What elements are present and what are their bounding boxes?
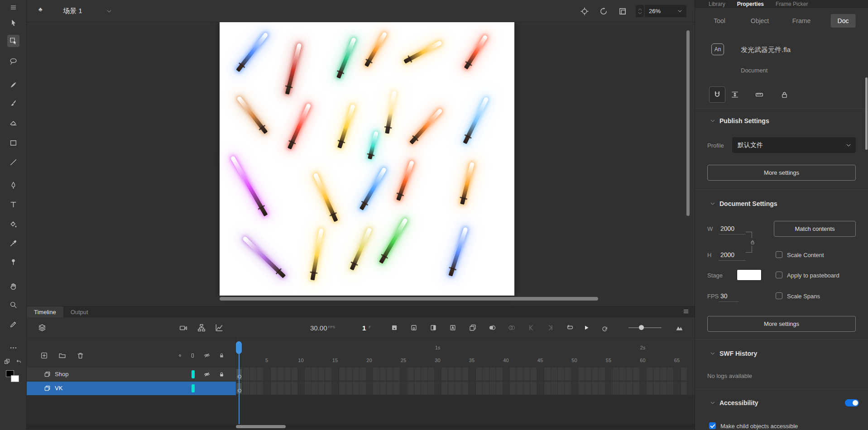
lock-aspect-button[interactable] <box>748 238 756 246</box>
layer-color-chip[interactable] <box>192 384 195 392</box>
toolbar-menu-button[interactable] <box>7 1 19 14</box>
stage-weapon-graphic[interactable] <box>368 131 379 159</box>
hand-tool-button[interactable] <box>7 280 19 292</box>
auto-keyframe-button[interactable] <box>447 322 458 333</box>
eraser-tool-button[interactable] <box>7 117 19 129</box>
fps-display[interactable]: 30.00FPS <box>310 324 335 332</box>
insert-blank-keyframe-button[interactable] <box>408 322 419 333</box>
frame-size-button[interactable] <box>674 322 685 333</box>
publish-more-settings-button[interactable]: More settings <box>707 165 856 181</box>
snap-to-objects-button[interactable] <box>709 86 725 103</box>
tab-properties[interactable]: Properties <box>737 1 764 7</box>
stage-weapon-graphic[interactable] <box>379 218 408 263</box>
canvas-vertical-scrollbar[interactable] <box>686 30 690 216</box>
stage-weapon-graphic[interactable] <box>242 236 286 278</box>
delete-layer-button[interactable] <box>75 350 86 361</box>
stage-color-swatch[interactable] <box>737 269 762 281</box>
free-transform-tool-button[interactable] <box>7 35 19 47</box>
scale-spans-checkbox[interactable] <box>776 292 782 299</box>
playhead-handle[interactable] <box>236 341 242 354</box>
fps-input[interactable]: 30 <box>719 290 739 302</box>
zoom-stepper[interactable] <box>636 5 644 17</box>
tab-library[interactable]: Library <box>709 1 725 7</box>
make-child-accessible-checkbox[interactable] <box>709 422 716 429</box>
add-folder-button[interactable] <box>57 350 67 361</box>
stage-weapon-graphic[interactable] <box>409 108 443 144</box>
fluid-brush-tool-button[interactable] <box>7 79 19 91</box>
stage-weapon-graphic[interactable] <box>396 161 414 201</box>
edit-multiple-frames-button[interactable] <box>467 322 478 333</box>
scrollbar-thumb[interactable] <box>236 425 286 428</box>
line-tool-button[interactable] <box>7 156 19 168</box>
layer-hidden-icon[interactable] <box>203 370 211 378</box>
center-stage-button[interactable] <box>579 5 590 17</box>
zoom-tool-button[interactable] <box>7 299 19 311</box>
swf-history-header[interactable]: SWF History <box>710 346 757 361</box>
rulers-button[interactable] <box>751 86 767 103</box>
document-settings-header[interactable]: Document Settings <box>710 196 777 211</box>
frame-spacing-slider-knob[interactable] <box>639 325 644 330</box>
play-button[interactable] <box>581 322 592 333</box>
stage-weapon-graphic[interactable] <box>364 32 387 67</box>
stage-weapon-graphic[interactable] <box>336 37 356 78</box>
layer-color-chip[interactable] <box>192 370 195 378</box>
stage-weapon-graphic[interactable] <box>337 104 355 148</box>
tab-output[interactable]: Output <box>63 306 96 317</box>
layer-name-cell[interactable]: Shop <box>27 368 236 381</box>
text-tool-button[interactable] <box>7 198 19 210</box>
onion-skin-outlines-button[interactable] <box>506 322 517 333</box>
zoom-level-dropdown[interactable]: 26% <box>645 5 686 17</box>
show-hide-all-layers-icon[interactable] <box>203 351 211 359</box>
lock-all-layers-icon[interactable] <box>217 351 225 359</box>
subtab-frame[interactable]: Frame <box>792 17 810 24</box>
clip-content-button[interactable] <box>617 5 628 17</box>
pencil-tool-button[interactable] <box>7 318 19 330</box>
stage-weapon-graphic[interactable] <box>230 156 268 216</box>
profile-dropdown[interactable]: 默认文件 <box>732 137 856 153</box>
lock-guides-button[interactable] <box>776 86 792 103</box>
accessibility-toggle[interactable] <box>845 399 859 406</box>
scale-content-checkbox[interactable] <box>776 251 782 258</box>
stage-weapon-graphic[interactable] <box>403 41 442 64</box>
lasso-tool-button[interactable] <box>7 55 19 67</box>
panel-scrollbar[interactable] <box>865 77 868 150</box>
asset-warp-tool-button[interactable] <box>7 256 19 268</box>
rectangle-tool-button[interactable] <box>7 137 19 149</box>
stage-weapon-graphic[interactable] <box>350 228 372 271</box>
paint-bucket-tool-button[interactable] <box>7 218 19 230</box>
add-camera-button[interactable] <box>178 322 189 333</box>
match-contents-button[interactable]: Match contents <box>774 221 856 237</box>
stage-weapon-graphic[interactable] <box>288 103 311 149</box>
stage-weapon-graphic[interactable] <box>463 97 489 144</box>
layer-frames-track[interactable] <box>236 368 687 381</box>
selection-tool-button[interactable] <box>7 17 19 29</box>
layer-depth-button[interactable] <box>214 322 225 333</box>
layer-frames-track[interactable] <box>236 382 687 395</box>
frame-ruler[interactable]: 51015202530354045505560651s2s <box>236 338 687 368</box>
fill-stroke-color-control[interactable] <box>6 370 22 385</box>
doc-more-settings-button[interactable]: More settings <box>707 316 856 332</box>
timeline-horizontal-scrollbar[interactable] <box>27 424 695 430</box>
stage-weapon-graphic[interactable] <box>449 227 468 277</box>
insert-frame-button[interactable] <box>428 322 439 333</box>
current-frame-display[interactable]: 1F <box>362 324 371 332</box>
frame-spacing-slider[interactable] <box>628 327 662 328</box>
apply-to-pasteboard-checkbox[interactable] <box>776 272 782 278</box>
stage-weapon-graphic[interactable] <box>310 229 323 281</box>
layer-name-cell[interactable]: VK <box>27 382 236 395</box>
subtab-object[interactable]: Object <box>751 17 769 24</box>
tab-frame-picker[interactable]: Frame Picker <box>776 1 808 7</box>
tab-timeline[interactable]: Timeline <box>27 306 63 317</box>
insert-keyframe-button[interactable] <box>389 322 400 333</box>
stage-weapon-graphic[interactable] <box>285 43 302 95</box>
rotation-tool-button[interactable] <box>598 5 609 17</box>
chevron-down-icon[interactable] <box>106 9 112 14</box>
add-layer-button[interactable] <box>38 350 49 361</box>
layer-row-vk[interactable]: VK <box>27 382 695 395</box>
width-input[interactable]: 2000 <box>719 223 746 234</box>
subtab-doc[interactable]: Doc <box>831 14 856 28</box>
stage-weapon-graphic[interactable] <box>236 96 268 134</box>
stage-weapon-graphic[interactable] <box>460 162 475 205</box>
subtab-tool[interactable]: Tool <box>714 17 725 24</box>
stage-weapon-graphic[interactable] <box>385 91 396 134</box>
